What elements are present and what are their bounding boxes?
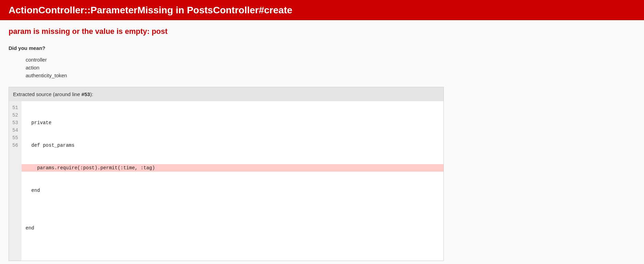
- source-header-suffix: ):: [90, 91, 93, 97]
- suggestion-item: action: [26, 64, 635, 71]
- line-number-gutter: 51 52 53 54 55 56: [9, 101, 22, 261]
- error-title: ActionController::ParameterMissing in Po…: [9, 3, 635, 17]
- line-number: 54: [11, 127, 20, 134]
- line-number: 56: [11, 142, 20, 149]
- code-line-highlighted: params.require(:post).permit(:time, :tag…: [22, 164, 443, 172]
- error-header: ActionController::ParameterMissing in Po…: [0, 0, 644, 20]
- suggestion-list: controller action authenticity_token: [26, 56, 635, 79]
- source-body: 51 52 53 54 55 56 private def post_param…: [9, 101, 443, 261]
- suggestion-item: controller: [26, 56, 635, 64]
- did-you-mean-label: Did you mean?: [9, 44, 635, 52]
- code-line: end: [22, 187, 443, 194]
- line-number: 55: [11, 134, 20, 142]
- code-column: private def post_params params.require(:…: [22, 101, 443, 261]
- code-line: end: [22, 224, 443, 232]
- source-extract-header: Extracted source (around line #53):: [9, 87, 443, 101]
- content-area: param is missing or the value is empty: …: [0, 20, 644, 264]
- code-line: def post_params: [22, 142, 443, 149]
- line-number: 51: [11, 104, 20, 111]
- suggestion-item: authenticity_token: [26, 71, 635, 79]
- line-number: 52: [11, 111, 20, 119]
- source-header-prefix: Extracted source (around line: [13, 91, 81, 97]
- source-extract-box: Extracted source (around line #53): 51 5…: [9, 87, 444, 261]
- code-line: private: [22, 119, 443, 127]
- did-you-mean-block: Did you mean? controller action authenti…: [9, 44, 635, 79]
- error-message: param is missing or the value is empty: …: [9, 20, 635, 40]
- source-header-line: #53: [81, 91, 90, 97]
- line-number: 53: [11, 119, 20, 127]
